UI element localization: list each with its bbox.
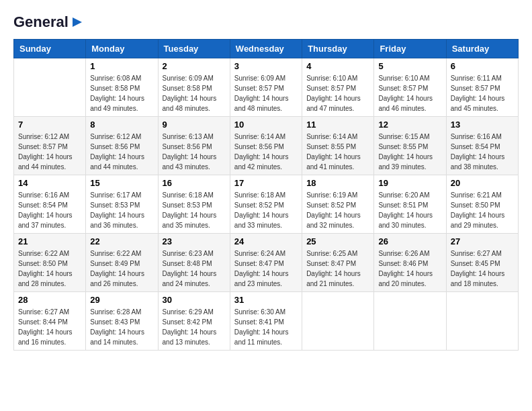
- calendar-cell: 10Sunrise: 6:14 AM Sunset: 8:56 PM Dayli…: [230, 117, 302, 175]
- day-info: Sunrise: 6:21 AM Sunset: 8:50 PM Dayligh…: [451, 190, 514, 230]
- calendar-header-row: SundayMondayTuesdayWednesdayThursdayFrid…: [14, 40, 519, 58]
- day-number: 31: [234, 295, 298, 305]
- calendar-week-5: 28Sunrise: 6:27 AM Sunset: 8:44 PM Dayli…: [14, 292, 519, 351]
- day-info: Sunrise: 6:08 AM Sunset: 8:58 PM Dayligh…: [90, 73, 153, 113]
- calendar-cell: 21Sunrise: 6:22 AM Sunset: 8:50 PM Dayli…: [14, 234, 86, 292]
- calendar-cell: 22Sunrise: 6:22 AM Sunset: 8:49 PM Dayli…: [86, 234, 158, 292]
- calendar-cell: 5Sunrise: 6:10 AM Sunset: 8:57 PM Daylig…: [374, 58, 446, 117]
- day-number: 9: [163, 120, 226, 130]
- day-info: Sunrise: 6:09 AM Sunset: 8:58 PM Dayligh…: [163, 73, 226, 113]
- day-info: Sunrise: 6:12 AM Sunset: 8:57 PM Dayligh…: [18, 132, 81, 172]
- day-number: 17: [234, 178, 298, 188]
- calendar-cell: 1Sunrise: 6:08 AM Sunset: 8:58 PM Daylig…: [86, 58, 158, 117]
- calendar-cell: 9Sunrise: 6:13 AM Sunset: 8:56 PM Daylig…: [158, 117, 230, 175]
- day-info: Sunrise: 6:13 AM Sunset: 8:56 PM Dayligh…: [163, 132, 226, 172]
- calendar-cell: 6Sunrise: 6:11 AM Sunset: 8:57 PM Daylig…: [446, 58, 518, 117]
- calendar-cell: 7Sunrise: 6:12 AM Sunset: 8:57 PM Daylig…: [14, 117, 86, 175]
- day-number: 23: [163, 236, 226, 246]
- day-info: Sunrise: 6:27 AM Sunset: 8:45 PM Dayligh…: [451, 248, 514, 289]
- calendar-cell: [374, 292, 446, 351]
- day-number: 28: [18, 295, 81, 305]
- day-number: 19: [378, 178, 441, 188]
- calendar-cell: [14, 58, 86, 117]
- day-number: 6: [451, 61, 514, 71]
- day-header-friday: Friday: [374, 40, 446, 58]
- calendar-cell: 29Sunrise: 6:28 AM Sunset: 8:43 PM Dayli…: [86, 292, 158, 351]
- calendar-cell: 27Sunrise: 6:27 AM Sunset: 8:45 PM Dayli…: [446, 234, 518, 292]
- day-number: 7: [18, 120, 81, 130]
- calendar-cell: 16Sunrise: 6:18 AM Sunset: 8:53 PM Dayli…: [158, 175, 230, 234]
- day-info: Sunrise: 6:11 AM Sunset: 8:57 PM Dayligh…: [451, 73, 514, 113]
- day-info: Sunrise: 6:19 AM Sunset: 8:52 PM Dayligh…: [306, 190, 369, 230]
- calendar-cell: 31Sunrise: 6:30 AM Sunset: 8:41 PM Dayli…: [230, 292, 302, 351]
- day-info: Sunrise: 6:30 AM Sunset: 8:41 PM Dayligh…: [234, 307, 298, 347]
- day-info: Sunrise: 6:15 AM Sunset: 8:55 PM Dayligh…: [378, 132, 441, 172]
- day-number: 22: [90, 236, 153, 246]
- day-header-tuesday: Tuesday: [158, 40, 230, 58]
- day-info: Sunrise: 6:12 AM Sunset: 8:56 PM Dayligh…: [90, 132, 153, 172]
- day-number: 26: [378, 236, 441, 246]
- day-info: Sunrise: 6:25 AM Sunset: 8:47 PM Dayligh…: [306, 248, 369, 289]
- day-number: 13: [451, 120, 514, 130]
- day-number: 11: [306, 120, 369, 130]
- day-info: Sunrise: 6:28 AM Sunset: 8:43 PM Dayligh…: [90, 307, 153, 347]
- calendar-cell: 14Sunrise: 6:16 AM Sunset: 8:54 PM Dayli…: [14, 175, 86, 234]
- svg-marker-0: [73, 17, 82, 27]
- calendar-week-4: 21Sunrise: 6:22 AM Sunset: 8:50 PM Dayli…: [14, 234, 519, 292]
- day-info: Sunrise: 6:16 AM Sunset: 8:54 PM Dayligh…: [18, 190, 81, 230]
- calendar-table: SundayMondayTuesdayWednesdayThursdayFrid…: [13, 39, 519, 351]
- calendar-cell: 12Sunrise: 6:15 AM Sunset: 8:55 PM Dayli…: [374, 117, 446, 175]
- logo-flag-icon: [71, 16, 83, 28]
- day-number: 3: [234, 61, 298, 71]
- logo: General: [13, 13, 83, 28]
- calendar-cell: 26Sunrise: 6:26 AM Sunset: 8:46 PM Dayli…: [374, 234, 446, 292]
- day-number: 10: [234, 120, 298, 130]
- day-info: Sunrise: 6:16 AM Sunset: 8:54 PM Dayligh…: [451, 132, 514, 172]
- day-info: Sunrise: 6:17 AM Sunset: 8:53 PM Dayligh…: [90, 190, 153, 230]
- day-number: 12: [378, 120, 441, 130]
- day-number: 30: [163, 295, 226, 305]
- day-info: Sunrise: 6:10 AM Sunset: 8:57 PM Dayligh…: [378, 73, 441, 113]
- day-number: 18: [306, 178, 369, 188]
- day-number: 16: [163, 178, 226, 188]
- day-info: Sunrise: 6:24 AM Sunset: 8:47 PM Dayligh…: [234, 248, 298, 289]
- calendar-body: 1Sunrise: 6:08 AM Sunset: 8:58 PM Daylig…: [14, 58, 519, 351]
- day-info: Sunrise: 6:27 AM Sunset: 8:44 PM Dayligh…: [18, 307, 81, 347]
- day-number: 15: [90, 178, 153, 188]
- calendar-cell: 3Sunrise: 6:09 AM Sunset: 8:57 PM Daylig…: [230, 58, 302, 117]
- day-number: 14: [18, 178, 81, 188]
- day-info: Sunrise: 6:22 AM Sunset: 8:49 PM Dayligh…: [90, 248, 153, 289]
- calendar-cell: 28Sunrise: 6:27 AM Sunset: 8:44 PM Dayli…: [14, 292, 86, 351]
- day-header-saturday: Saturday: [446, 40, 518, 58]
- calendar-cell: 4Sunrise: 6:10 AM Sunset: 8:57 PM Daylig…: [302, 58, 374, 117]
- calendar-week-1: 1Sunrise: 6:08 AM Sunset: 8:58 PM Daylig…: [14, 58, 519, 117]
- day-header-monday: Monday: [86, 40, 158, 58]
- day-info: Sunrise: 6:14 AM Sunset: 8:55 PM Dayligh…: [306, 132, 369, 172]
- day-number: 25: [306, 236, 369, 246]
- day-number: 5: [378, 61, 441, 71]
- day-info: Sunrise: 6:26 AM Sunset: 8:46 PM Dayligh…: [378, 248, 441, 289]
- calendar-cell: 11Sunrise: 6:14 AM Sunset: 8:55 PM Dayli…: [302, 117, 374, 175]
- calendar-cell: 30Sunrise: 6:29 AM Sunset: 8:42 PM Dayli…: [158, 292, 230, 351]
- day-info: Sunrise: 6:29 AM Sunset: 8:42 PM Dayligh…: [163, 307, 226, 347]
- day-number: 21: [18, 236, 81, 246]
- calendar-cell: 17Sunrise: 6:18 AM Sunset: 8:52 PM Dayli…: [230, 175, 302, 234]
- day-number: 24: [234, 236, 298, 246]
- calendar-cell: [302, 292, 374, 351]
- day-number: 1: [90, 61, 153, 71]
- calendar-cell: 23Sunrise: 6:23 AM Sunset: 8:48 PM Dayli…: [158, 234, 230, 292]
- day-number: 2: [163, 61, 226, 71]
- day-info: Sunrise: 6:22 AM Sunset: 8:50 PM Dayligh…: [18, 248, 81, 289]
- day-number: 20: [451, 178, 514, 188]
- calendar-cell: 24Sunrise: 6:24 AM Sunset: 8:47 PM Dayli…: [230, 234, 302, 292]
- calendar-cell: 8Sunrise: 6:12 AM Sunset: 8:56 PM Daylig…: [86, 117, 158, 175]
- logo-general: General: [13, 13, 69, 31]
- page-header: General: [13, 13, 519, 28]
- calendar-week-3: 14Sunrise: 6:16 AM Sunset: 8:54 PM Dayli…: [14, 175, 519, 234]
- day-header-thursday: Thursday: [302, 40, 374, 58]
- calendar-cell: 25Sunrise: 6:25 AM Sunset: 8:47 PM Dayli…: [302, 234, 374, 292]
- day-number: 8: [90, 120, 153, 130]
- day-number: 4: [306, 61, 369, 71]
- day-number: 29: [90, 295, 153, 305]
- calendar-cell: 15Sunrise: 6:17 AM Sunset: 8:53 PM Dayli…: [86, 175, 158, 234]
